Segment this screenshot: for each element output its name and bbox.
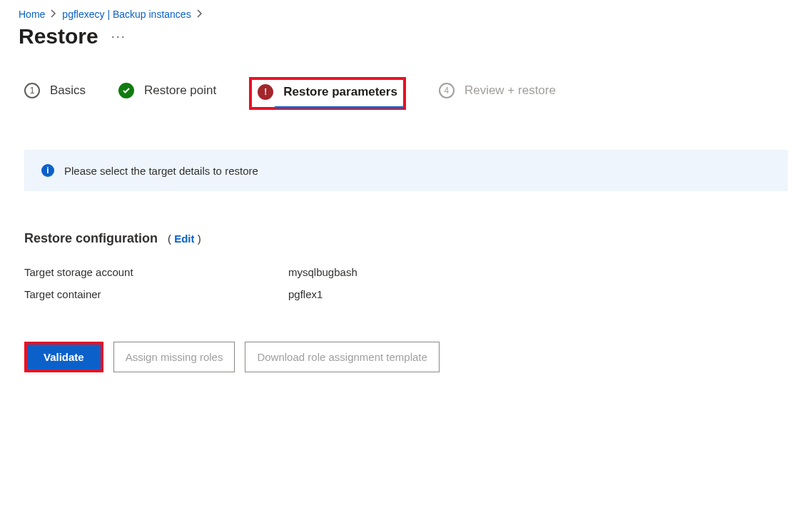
field-value-container: pgflex1 — [288, 288, 793, 300]
restore-config-section: Restore configuration ( Edit ) Target st… — [19, 231, 793, 300]
tab-label: Restore parameters — [283, 85, 397, 99]
tab-review-restore: 4 Review + restore — [439, 83, 556, 104]
breadcrumb-home[interactable]: Home — [19, 9, 45, 20]
validate-button[interactable]: Validate — [27, 345, 101, 369]
error-icon: ! — [258, 84, 273, 100]
step-number-icon: 1 — [24, 83, 40, 98]
action-bar: Validate Assign missing roles Download r… — [19, 342, 793, 372]
more-button[interactable]: ··· — [111, 29, 126, 44]
tab-label: Basics — [50, 83, 86, 98]
page-header: Restore ··· — [19, 24, 793, 49]
tab-label: Restore point — [144, 83, 216, 98]
paren-open: ( — [168, 233, 174, 245]
info-text: Please select the target details to rest… — [64, 165, 258, 177]
page-title: Restore — [19, 24, 98, 49]
info-banner: i Please select the target details to re… — [24, 150, 788, 191]
field-value-storage: mysqlbugbash — [288, 266, 793, 278]
check-icon — [118, 83, 134, 98]
chevron-right-icon — [197, 9, 203, 20]
section-title: Restore configuration — [24, 231, 158, 246]
tab-label: Review + restore — [465, 83, 556, 98]
assign-roles-button[interactable]: Assign missing roles — [113, 342, 235, 372]
download-template-button[interactable]: Download role assignment template — [245, 342, 439, 372]
field-label-container: Target container — [24, 288, 288, 300]
config-fields: Target storage account mysqlbugbash Targ… — [24, 266, 793, 300]
breadcrumb: Home pgflexecy | Backup instances — [19, 9, 793, 20]
step-number-icon: 4 — [439, 83, 455, 98]
wizard-tabs: 1 Basics Restore point ! Restore paramet… — [24, 77, 793, 110]
breadcrumb-current[interactable]: pgflexecy | Backup instances — [62, 9, 191, 20]
tab-restore-point[interactable]: Restore point — [118, 83, 216, 104]
paren-close: ) — [195, 233, 201, 245]
field-label-storage: Target storage account — [24, 266, 288, 278]
chevron-right-icon — [51, 9, 56, 20]
edit-link[interactable]: Edit — [174, 233, 194, 245]
validate-highlight: Validate — [24, 342, 103, 372]
tab-basics[interactable]: 1 Basics — [24, 83, 86, 104]
info-icon: i — [41, 164, 54, 177]
tab-restore-parameters[interactable]: ! Restore parameters — [249, 77, 406, 110]
